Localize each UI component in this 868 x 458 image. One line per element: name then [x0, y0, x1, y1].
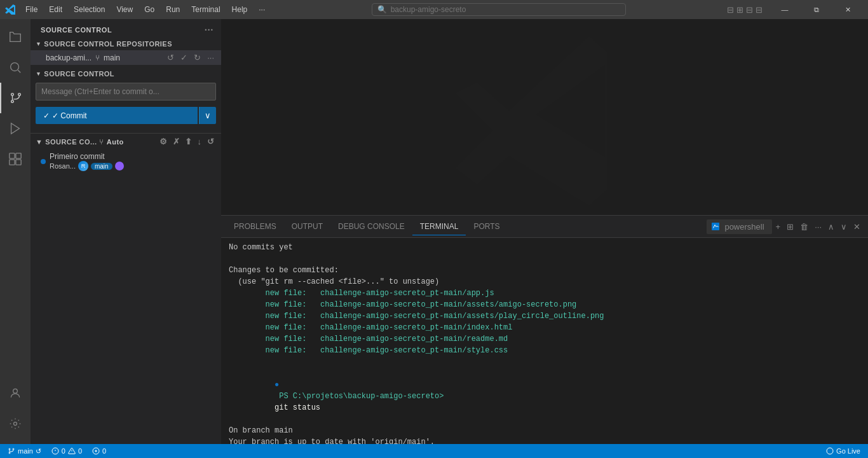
- prompt-text: PS C:\projetos\backup-amigo-secreto>: [275, 392, 449, 401]
- terminal-line-f5: new file: challenge-amigo-secreto_pt-mai…: [229, 333, 860, 345]
- terminal-line-changes: Changes to be committed:: [229, 265, 860, 276]
- menu-selection[interactable]: Selection: [69, 4, 110, 15]
- activity-bar: [0, 19, 31, 444]
- menu-view[interactable]: View: [111, 4, 138, 15]
- refresh-icon[interactable]: ↻: [192, 52, 203, 63]
- sync-icon[interactable]: ↺: [165, 52, 176, 63]
- sidebar-more-icon[interactable]: ···: [205, 24, 214, 35]
- terminal-line-f3: new file: challenge-amigo-secreto_pt-mai…: [229, 310, 860, 322]
- activity-source-control[interactable]: [0, 83, 31, 113]
- branch-icon: ⑂: [95, 53, 100, 62]
- terminal-tabs: PROBLEMS OUTPUT DEBUG CONSOLE TERMINAL P…: [221, 216, 868, 238]
- svg-point-12: [9, 452, 10, 454]
- repo-row[interactable]: backup-ami... ⑂ main ↺ ✓ ↻ ···: [31, 50, 221, 65]
- close-button[interactable]: ✕: [834, 0, 863, 19]
- layout-icon2[interactable]: ⊞: [736, 5, 743, 15]
- clear-action-icon[interactable]: ✗: [171, 136, 182, 147]
- commit-info: Primeiro commit Rosan... R main: [50, 152, 216, 171]
- vscode-watermark: [221, 19, 868, 215]
- add-terminal-icon[interactable]: +: [773, 221, 783, 233]
- expand-terminal-icon[interactable]: ∨: [838, 221, 850, 233]
- tab-terminal[interactable]: TERMINAL: [412, 218, 466, 235]
- status-extensions[interactable]: 0: [90, 444, 109, 458]
- refresh-action-icon[interactable]: ↺: [205, 136, 216, 147]
- pull-action-icon[interactable]: ↓: [196, 136, 204, 147]
- svg-point-2: [18, 94, 21, 96]
- commit-btn-label: ✓ Commit: [52, 111, 87, 120]
- settings-action-icon[interactable]: ⚙: [158, 136, 169, 147]
- repositories-section[interactable]: ▼ SOURCE CONTROL REPOSITORIES: [31, 38, 221, 50]
- layout-icon[interactable]: ⊟: [727, 5, 734, 15]
- menu-edit[interactable]: Edit: [44, 4, 67, 15]
- source-control-section[interactable]: ▼ SOURCE CONTROL: [31, 67, 221, 80]
- status-branch[interactable]: main ↺: [5, 444, 44, 458]
- status-errors[interactable]: 0 0: [49, 444, 85, 458]
- tab-problems[interactable]: PROBLEMS: [226, 218, 284, 235]
- commit-meta: Rosan... R main: [50, 161, 216, 171]
- menu-run[interactable]: Run: [161, 4, 185, 15]
- powershell-label: powershell: [722, 221, 766, 233]
- activity-debug[interactable]: [0, 113, 31, 144]
- vscode-logo: [5, 4, 15, 15]
- tab-debug-console[interactable]: DEBUG CONSOLE: [330, 218, 412, 235]
- search-bar[interactable]: 🔍: [372, 3, 626, 16]
- sidebar-title: SOURCE CONTROL: [41, 26, 112, 34]
- terminal-line-no-commits: No commits yet: [229, 242, 860, 253]
- layout-icon4[interactable]: ⊟: [756, 5, 763, 15]
- activity-accounts[interactable]: [0, 378, 31, 408]
- chevron-down-icon-btn: ∨: [205, 111, 211, 120]
- close-terminal-icon[interactable]: ✕: [851, 221, 863, 233]
- branch-status-label: main: [18, 447, 33, 455]
- commit-author: Rosan...: [50, 162, 76, 170]
- chevron-right-icon: ▼: [36, 138, 43, 146]
- menu-go[interactable]: Go: [139, 4, 159, 15]
- svg-rect-6: [16, 153, 21, 158]
- menu-file[interactable]: File: [20, 4, 43, 15]
- commit-message-input[interactable]: Message (Ctrl+Enter to commit o...: [36, 83, 216, 101]
- terminal-line-f4: new file: challenge-amigo-secreto_pt-mai…: [229, 322, 860, 333]
- activity-extensions[interactable]: [0, 144, 31, 174]
- branch-name: main: [104, 53, 120, 62]
- delete-terminal-icon[interactable]: 🗑: [797, 221, 811, 233]
- check-icon[interactable]: ✓: [179, 52, 189, 63]
- terminal-line-blank1: [229, 253, 860, 265]
- terminal-line-f2: new file: challenge-amigo-secreto_pt-mai…: [229, 299, 860, 310]
- status-left: main ↺ 0 0 0: [5, 444, 109, 458]
- svg-rect-7: [10, 160, 15, 165]
- activity-explorer[interactable]: [0, 22, 31, 52]
- split-terminal-icon[interactable]: ⊞: [784, 221, 796, 233]
- activity-search[interactable]: [0, 52, 31, 83]
- terminal-line-unstage: (use "git rm --cached <file>..." to unst…: [229, 276, 860, 288]
- menu-terminal[interactable]: Terminal: [186, 4, 225, 15]
- sidebar: SOURCE CONTROL ··· ▼ SOURCE CONTROL REPO…: [31, 19, 221, 444]
- more-icon[interactable]: ···: [205, 52, 216, 63]
- tab-ports[interactable]: PORTS: [466, 218, 507, 235]
- status-go-live[interactable]: Go Live: [824, 444, 863, 458]
- activity-settings[interactable]: [0, 408, 31, 439]
- push-action-icon[interactable]: ⬆: [183, 136, 194, 147]
- terminal-line-git-status-cmd: ● PS C:\projetos\backup-amigo-secreto> g…: [229, 368, 860, 425]
- maximize-button[interactable]: ⧉: [802, 0, 831, 19]
- svg-point-13: [13, 448, 14, 450]
- svg-point-0: [11, 63, 19, 71]
- vscode-logo-bg: [456, 27, 634, 207]
- commit-button[interactable]: ✓ ✓ Commit: [36, 107, 198, 124]
- commit-btn-row: ✓ ✓ Commit ∨: [36, 107, 216, 124]
- terminal-line-up-to-date: Your branch is up to date with 'origin/m…: [229, 436, 860, 444]
- collapse-terminal-icon[interactable]: ∧: [825, 221, 837, 233]
- terminal-body[interactable]: No commits yet Changes to be committed: …: [221, 238, 868, 444]
- commit-dropdown-button[interactable]: ∨: [199, 107, 216, 124]
- svg-rect-8: [16, 160, 21, 165]
- minimize-button[interactable]: —: [770, 0, 799, 19]
- commit-placeholder: Message (Ctrl+Enter to commit o...: [41, 87, 159, 96]
- svg-point-14: [9, 448, 10, 450]
- layout-icon3[interactable]: ⊟: [746, 5, 753, 15]
- branch-badge: main: [91, 163, 112, 170]
- menu-more[interactable]: ···: [254, 4, 270, 15]
- tab-output[interactable]: OUTPUT: [284, 218, 330, 235]
- menu-help[interactable]: Help: [227, 4, 253, 15]
- sidebar-bottom-header[interactable]: ▼ SOURCE CO... ⑂ Auto ⚙ ✗ ⬆ ↓ ↺: [31, 134, 221, 149]
- commit-list-item[interactable]: Primeiro commit Rosan... R main: [31, 149, 221, 174]
- search-input[interactable]: [391, 5, 620, 14]
- more-terminal-icon[interactable]: ···: [812, 221, 824, 233]
